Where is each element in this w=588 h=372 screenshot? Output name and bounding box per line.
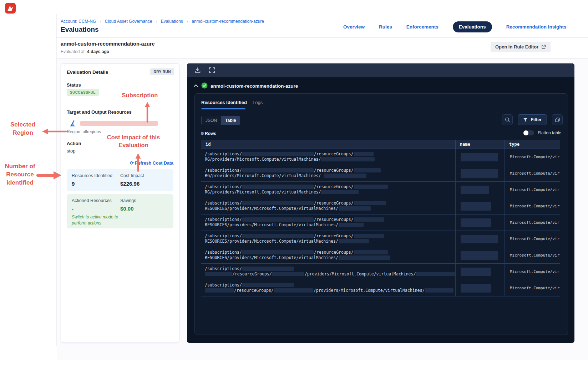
table-row[interactable]: /subscriptions//resourceGroups/RESOURCES… (201, 215, 560, 231)
details-divider (67, 104, 173, 104)
table-row[interactable]: /subscriptions//resourceGroups//provider… (201, 264, 560, 280)
savings-value: $0.00 (120, 206, 134, 212)
breadcrumb-separator: › (187, 19, 188, 24)
active-mode-note-line2: perform actions (72, 221, 101, 226)
redacted-value (425, 288, 453, 293)
cell-name (455, 231, 505, 247)
nav-overview[interactable]: Overview (343, 24, 365, 30)
redacted-value (354, 201, 386, 205)
view-option-json[interactable]: JSON (202, 116, 221, 125)
column-header-id[interactable]: id (201, 140, 455, 149)
cell-type: Microsoft.Compute/virtu (505, 149, 560, 165)
tab-logs[interactable]: Logs (253, 100, 263, 105)
results-evaluation-title[interactable]: anmol-custom-recommendation-azure (211, 83, 298, 89)
annotation-resource-count-line2: Resource (6, 171, 34, 178)
annotation-cost-impact-line1: Cost Impact of this (107, 134, 160, 140)
breadcrumb-separator: › (156, 19, 157, 24)
results-card: Resources Identified Logs JSON Table (194, 93, 568, 335)
redacted-name (461, 202, 491, 211)
redacted-name (461, 218, 491, 227)
flatten-table-toggle[interactable] (523, 130, 534, 135)
filter-button[interactable]: Filter (518, 114, 547, 125)
nav-recommendation-insights[interactable]: Recommendation Insights (506, 24, 567, 30)
cell-id: /subscriptions//resourceGroups/RESOURCES… (201, 215, 455, 231)
actioned-metrics-box: Actioned Resources - Savings $0.00 Switc… (67, 194, 173, 228)
nav-evaluations-active[interactable]: Evaluations (453, 21, 492, 32)
table-row[interactable]: /subscriptions//resourceGroups/RESOURCES… (201, 247, 560, 264)
cell-name (455, 198, 505, 214)
id-text: /resourceGroups/ (234, 288, 274, 293)
cell-id: /subscriptions//resourceGroups/RG/provid… (201, 165, 455, 181)
id-text: /subscriptions/ (205, 184, 242, 189)
annotation-selected-region-line2: Region (12, 129, 33, 136)
redacted-value (274, 288, 313, 293)
fullscreen-icon[interactable] (208, 67, 216, 74)
redacted-value (324, 174, 366, 178)
table-row[interactable]: /subscriptions//resourceGroups/RG/provid… (201, 165, 560, 182)
annotation-resource-count-line3: identified (6, 179, 34, 186)
table-row[interactable]: /subscriptions//resourceGroups/RESOURCES… (201, 231, 560, 247)
redacted-value (242, 283, 294, 287)
column-header-name[interactable]: name (455, 140, 505, 149)
table-row[interactable]: /subscriptions//resourceGroups/RESOURCES… (201, 198, 560, 215)
cost-impact-value: $226.96 (120, 181, 140, 187)
breadcrumb-item-governance[interactable]: Cloud Asset Governance (105, 19, 152, 24)
view-option-table[interactable]: Table (221, 116, 240, 125)
target-resources-label: Target and Output Resources (67, 109, 132, 115)
redacted-value (272, 272, 304, 276)
tab-resources-identified[interactable]: Resources Identified (201, 100, 247, 105)
savings-label: Savings (120, 198, 136, 203)
filter-button-label: Filter (531, 117, 542, 122)
cell-id: /subscriptions//resourceGroups/RG/provid… (201, 182, 455, 198)
table-row[interactable]: /subscriptions//resourceGroups/RG/provid… (201, 182, 560, 198)
breadcrumb-item-evaluations[interactable]: Evaluations (161, 19, 183, 24)
identified-metrics-box: Resources Identified 9 Cost Impact $226.… (67, 169, 173, 191)
redacted-value (242, 201, 314, 205)
evaluated-at: Evaluated at:4 days ago (61, 49, 109, 54)
action-label: Action (67, 141, 81, 146)
redacted-value (339, 206, 371, 211)
id-text: RG/providers/Microsoft.Compute/virtualMa… (205, 173, 323, 178)
redacted-name (461, 186, 489, 194)
annotation-selected-region: Selected Region (4, 121, 41, 137)
id-text: /resourceGroups/ (314, 168, 354, 173)
breadcrumb-separator: › (100, 19, 101, 24)
resources-table: id name type /subscriptions//resourceGro… (201, 140, 560, 296)
status-badge: SUCCESSFUL (67, 89, 99, 96)
id-text: RESOURCES/providers/Microsoft.Compute/vi… (205, 206, 338, 211)
id-text: /subscriptions/ (205, 151, 242, 156)
annotation-cost-impact-line2: Evaluation (118, 142, 148, 148)
cell-type: Microsoft.Compute/virtu (505, 280, 560, 296)
column-header-type[interactable]: type (505, 140, 560, 149)
copy-button[interactable] (552, 114, 563, 125)
annotation-subscription: Subscription (118, 91, 162, 99)
dry-run-badge: DRY RUN (150, 68, 174, 75)
active-mode-note-line1: Switch to active mode to (72, 215, 118, 219)
breadcrumb-item-rule[interactable]: anmol-custom-recommendation-azure (192, 19, 264, 24)
page: Account: CCM-NG › Cloud Asset Governance… (0, 0, 588, 372)
actioned-resources-value: - (72, 206, 74, 212)
table-row[interactable]: /subscriptions//resourceGroups/RG/provid… (201, 149, 560, 165)
cell-id: /subscriptions//resourceGroups//provider… (201, 264, 455, 280)
open-rule-editor-button[interactable]: Open in Rule Editor (491, 42, 551, 52)
download-icon[interactable] (194, 67, 201, 74)
cell-name (455, 215, 505, 231)
id-text: RESOURCES/providers/Microsoft.Compute/vi… (205, 222, 338, 227)
nav-enforcements[interactable]: Enforcements (406, 24, 439, 30)
results-table-body: /subscriptions//resourceGroups/RG/provid… (201, 149, 560, 296)
nav-rules[interactable]: Rules (379, 24, 392, 30)
redacted-name (461, 268, 491, 276)
table-row[interactable]: /subscriptions//resourceGroups//provider… (201, 280, 560, 296)
active-tab-underline (201, 108, 245, 109)
breadcrumb-item-account[interactable]: Account: CCM-NG (61, 19, 96, 24)
id-text: /providers/Microsoft.Compute/virtualMach… (305, 272, 416, 277)
app-logo (5, 3, 16, 14)
search-button[interactable] (502, 114, 513, 125)
cell-type: Microsoft.Compute/virtu (505, 264, 560, 280)
id-text: /subscriptions/ (205, 233, 242, 238)
cell-type: Microsoft.Compute/virtu (505, 215, 560, 231)
redacted-value (416, 272, 455, 276)
collapse-chevron-up-icon[interactable] (193, 84, 198, 87)
view-toggle: JSON Table (201, 116, 240, 125)
id-text: RESOURCES/providers/Microsoft.Compute/vi… (205, 239, 338, 244)
